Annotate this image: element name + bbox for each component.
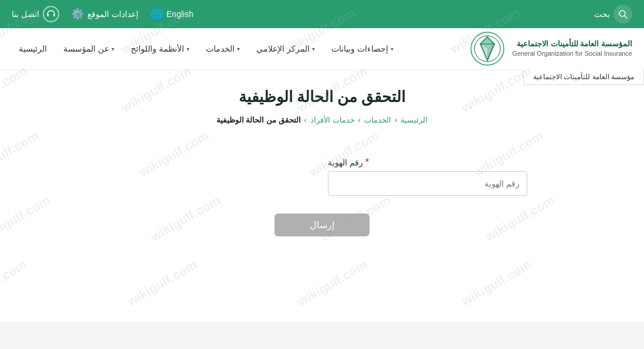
svg-rect-3 <box>53 14 55 16</box>
form-container: * رقم الهوية إرسال <box>117 157 527 236</box>
contact-label: اتصل بنا <box>12 9 39 19</box>
logo-text: المؤسسة العامة للتأمينات الاجتماعية Gene… <box>512 39 632 57</box>
org-breadcrumb: مؤسسة العامة للتأمينات الاجتماعية <box>523 69 644 85</box>
required-star: * <box>365 157 369 168</box>
svg-line-1 <box>625 16 627 18</box>
search-icon[interactable] <box>614 5 632 23</box>
nav-links: الرئيسية ▾ عن المؤسسة ▾ الأنظمة واللوائح… <box>12 39 401 58</box>
nav-item-about[interactable]: ▾ عن المؤسسة <box>56 39 121 58</box>
breadcrumb-item-home[interactable]: الرئيسية <box>401 116 428 124</box>
headset-icon <box>43 6 59 22</box>
id-label: * رقم الهوية <box>328 157 369 168</box>
language-icon: 🌐 <box>150 8 163 21</box>
breadcrumb-item-services[interactable]: الخدمات <box>364 116 391 124</box>
search-button[interactable]: بحث <box>594 5 632 23</box>
chevron-media-icon: ▾ <box>312 46 315 52</box>
breadcrumb: التحقق من الحالة الوظيفية › خدمات الأفرا… <box>23 111 621 134</box>
nav-bar: المؤسسة العامة للتأمينات الاجتماعية Gene… <box>0 28 644 69</box>
org-breadcrumb-text: مؤسسة العامة للتأمينات الاجتماعية <box>533 73 634 81</box>
breadcrumb-separator-1: › <box>395 116 397 124</box>
main-content: * رقم الهوية إرسال <box>0 134 644 321</box>
breadcrumb-separator-2: › <box>358 116 361 124</box>
svg-rect-2 <box>47 14 49 16</box>
chevron-stats-icon: ▾ <box>391 46 394 52</box>
nav-item-media[interactable]: ▾ المركز الإعلامي <box>249 39 322 58</box>
id-label-text: رقم الهوية <box>328 158 363 167</box>
nav-home-label: الرئيسية <box>19 44 47 53</box>
form-group-id: * رقم الهوية <box>328 157 527 196</box>
gear-icon: ⚙️ <box>71 8 84 21</box>
nav-services-label: الخدمات <box>206 44 235 53</box>
nav-item-stats[interactable]: ▾ إحصاءات وبيانات <box>324 39 401 58</box>
settings-label: إعدادات الموقع <box>87 9 138 19</box>
nav-about-label: عن المؤسسة <box>63 44 109 53</box>
top-bar: بحث English 🌐 إعدادات الموقع ⚙️ اتصل بنا <box>0 0 644 28</box>
logo-name-english: General Organization for Social Insuranc… <box>512 49 632 57</box>
top-bar-left: بحث <box>594 5 632 23</box>
id-input[interactable] <box>328 171 527 196</box>
top-bar-right: English 🌐 إعدادات الموقع ⚙️ اتصل بنا <box>12 6 194 22</box>
contact-button[interactable]: اتصل بنا <box>12 6 59 22</box>
chevron-about-icon: ▾ <box>111 46 114 52</box>
submit-button[interactable]: إرسال <box>274 214 370 236</box>
breadcrumb-item-individuals[interactable]: خدمات الأفراد <box>310 116 355 124</box>
nav-regulations-label: الأنظمة واللوائح <box>131 44 184 53</box>
logo-area[interactable]: المؤسسة العامة للتأمينات الاجتماعية Gene… <box>470 31 632 66</box>
breadcrumb-separator-3: › <box>304 116 307 124</box>
submit-btn-row: إرسال <box>117 214 527 236</box>
nav-item-regulations[interactable]: ▾ الأنظمة واللوائح <box>124 39 196 58</box>
logo-emblem <box>470 31 505 66</box>
english-label: English <box>167 9 194 19</box>
chevron-regulations-icon: ▾ <box>187 46 189 52</box>
search-label: بحث <box>594 9 610 19</box>
nav-item-home[interactable]: الرئيسية <box>12 39 54 58</box>
nav-item-services[interactable]: ▾ الخدمات <box>199 39 247 58</box>
chevron-services-icon: ▾ <box>237 46 240 52</box>
logo-name-arabic: المؤسسة العامة للتأمينات الاجتماعية <box>512 39 632 49</box>
settings-button[interactable]: إعدادات الموقع ⚙️ <box>71 8 138 21</box>
form-row-id: * رقم الهوية <box>117 157 527 196</box>
nav-media-label: المركز الإعلامي <box>256 44 310 53</box>
english-button[interactable]: English 🌐 <box>150 8 194 21</box>
breadcrumb-item-current: التحقق من الحالة الوظيفية <box>216 116 301 124</box>
nav-stats-label: إحصاءات وبيانات <box>331 44 388 53</box>
